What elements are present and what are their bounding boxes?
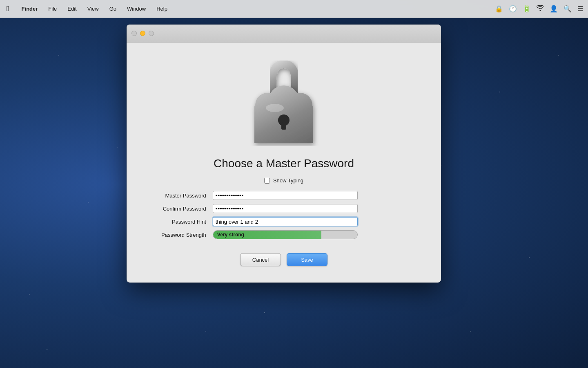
master-password-input[interactable]	[213, 191, 358, 200]
lock-menubar-icon[interactable]: 🔒	[495, 5, 503, 13]
svg-point-6	[266, 104, 284, 112]
app-menu-finder[interactable]: Finder	[20, 5, 40, 13]
strength-bar-fill: Very strong	[213, 231, 321, 239]
hint-input[interactable]	[213, 217, 358, 226]
strength-label: Password Strength	[161, 232, 209, 238]
hint-label: Password Hint	[161, 219, 209, 225]
show-typing-label: Show Typing	[273, 177, 303, 184]
lock-icon	[239, 55, 329, 149]
show-typing-row: Show Typing	[264, 177, 303, 184]
show-typing-checkbox[interactable]	[264, 178, 270, 184]
save-button[interactable]: Save	[287, 253, 327, 266]
master-password-dialog: Choose a Master Password Show Typing Mas…	[127, 25, 441, 283]
list-icon[interactable]: ☰	[577, 5, 583, 13]
menu-window[interactable]: Window	[125, 5, 147, 13]
master-password-label: Master Password	[161, 193, 209, 199]
form-fields: Master Password Confirm Password Passwor…	[161, 191, 406, 239]
search-icon[interactable]: 🔍	[564, 5, 572, 13]
menubar:  Finder File Edit View Go Window Help 🔒…	[0, 0, 588, 18]
menu-help[interactable]: Help	[155, 5, 169, 13]
svg-rect-8	[281, 122, 286, 130]
menu-edit[interactable]: Edit	[66, 5, 78, 13]
menu-view[interactable]: View	[86, 5, 100, 13]
menubar-right-icons: 🔒 🕐 🔋 👤 🔍 ☰	[495, 5, 583, 13]
user-icon[interactable]: 👤	[550, 5, 558, 13]
confirm-password-input[interactable]	[213, 204, 358, 213]
strength-text: Very strong	[217, 232, 244, 238]
menu-file[interactable]: File	[47, 5, 58, 13]
wifi-icon[interactable]	[537, 5, 544, 12]
cancel-button[interactable]: Cancel	[240, 253, 281, 266]
minimize-button[interactable]	[140, 31, 145, 36]
strength-bar: Very strong	[213, 230, 358, 239]
time-machine-icon[interactable]: 🕐	[509, 5, 517, 13]
buttons-row: Cancel Save	[240, 253, 327, 266]
dialog-title: Choose a Master Password	[214, 157, 354, 170]
confirm-password-label: Confirm Password	[161, 206, 209, 212]
maximize-button[interactable]	[149, 31, 154, 36]
apple-menu[interactable]: 	[5, 4, 11, 14]
close-button[interactable]	[131, 31, 137, 36]
menu-go[interactable]: Go	[108, 5, 118, 13]
dialog-titlebar	[127, 25, 441, 43]
dialog-body: Choose a Master Password Show Typing Mas…	[127, 43, 441, 283]
battery-icon[interactable]: 🔋	[523, 5, 531, 13]
